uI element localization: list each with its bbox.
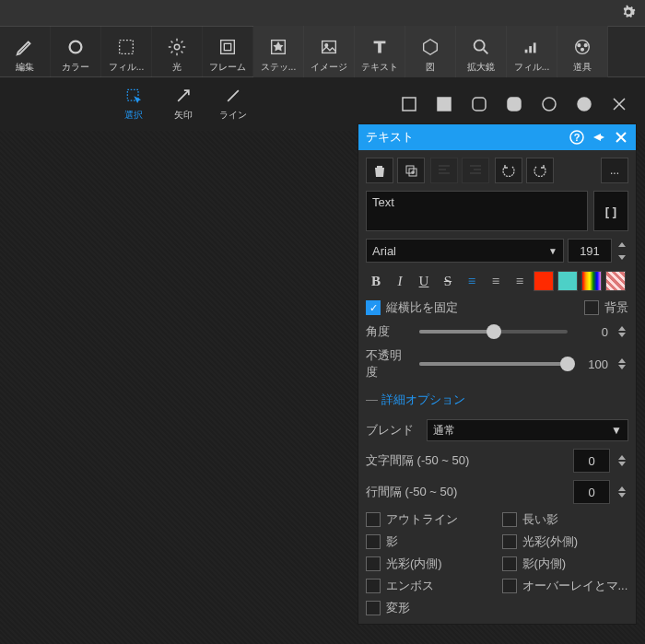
svg-point-12 bbox=[576, 41, 590, 54]
tool-image[interactable]: イメージ bbox=[304, 26, 355, 77]
help-icon[interactable]: ? bbox=[569, 130, 584, 145]
svg-rect-17 bbox=[403, 98, 416, 111]
angle-label: 角度 bbox=[366, 323, 412, 340]
line-spacing-spinner[interactable] bbox=[616, 486, 628, 498]
angle-spinner[interactable] bbox=[616, 326, 628, 337]
shape-rect-fill[interactable] bbox=[435, 95, 453, 113]
color-pattern[interactable] bbox=[605, 271, 626, 291]
align-center-icon[interactable]: ≡ bbox=[486, 270, 506, 292]
outline-checkbox[interactable] bbox=[366, 512, 381, 527]
letter-spacing-label: 文字間隔 (-50 ~ 50) bbox=[366, 452, 568, 469]
subtool-select[interactable]: 選択 bbox=[109, 87, 158, 122]
bracket-button[interactable]: [ ] bbox=[593, 191, 628, 231]
svg-point-13 bbox=[578, 44, 580, 47]
opacity-spinner[interactable] bbox=[616, 358, 628, 369]
bold-button[interactable]: B bbox=[366, 270, 386, 292]
font-select[interactable]: Arial▼ bbox=[366, 239, 564, 263]
bg-label: 背景 bbox=[604, 299, 628, 316]
glow-outer-checkbox[interactable] bbox=[502, 534, 517, 549]
text-panel: テキスト ? ... Text [ ] bbox=[358, 123, 637, 625]
svg-rect-10 bbox=[529, 46, 532, 53]
longshadow-checkbox[interactable] bbox=[502, 512, 517, 527]
more-button[interactable]: ... bbox=[601, 158, 628, 183]
tool-filter2[interactable]: フィル... bbox=[507, 26, 557, 77]
advanced-header[interactable]: 詳細オプション bbox=[366, 388, 628, 412]
lock-aspect-label: 縦横比を固定 bbox=[386, 299, 458, 316]
svg-rect-6 bbox=[322, 41, 336, 53]
color-red[interactable] bbox=[534, 271, 554, 291]
font-size-input[interactable]: 191 bbox=[568, 239, 612, 263]
letter-spacing-spinner[interactable] bbox=[616, 455, 628, 466]
line-spacing-label: 行間隔 (-50 ~ 50) bbox=[366, 484, 568, 500]
svg-point-21 bbox=[543, 98, 556, 111]
pin-icon[interactable] bbox=[592, 130, 606, 145]
svg-rect-4 bbox=[224, 43, 230, 50]
glow-inner-checkbox[interactable] bbox=[366, 556, 381, 571]
align-right-button[interactable] bbox=[462, 158, 489, 183]
shape-circle-fill[interactable] bbox=[575, 95, 593, 113]
shape-roundrect-fill[interactable] bbox=[505, 95, 523, 113]
letter-spacing-input[interactable]: 0 bbox=[573, 449, 610, 473]
tool-filter[interactable]: フィル... bbox=[101, 26, 152, 77]
svg-rect-3 bbox=[221, 41, 235, 54]
tool-magnifier[interactable]: 拡大鏡 bbox=[456, 26, 507, 77]
align-right-icon[interactable]: ≡ bbox=[510, 270, 530, 292]
color-rainbow[interactable] bbox=[581, 271, 602, 291]
panel-title: テキスト bbox=[366, 129, 562, 146]
italic-button[interactable]: I bbox=[390, 270, 410, 292]
duplicate-button[interactable] bbox=[397, 158, 425, 183]
svg-rect-9 bbox=[525, 50, 528, 53]
line-spacing-input[interactable]: 0 bbox=[573, 480, 610, 504]
svg-point-8 bbox=[475, 41, 485, 51]
tool-edit[interactable]: 編集 bbox=[0, 26, 51, 77]
svg-rect-18 bbox=[438, 98, 451, 111]
align-left-icon[interactable]: ≡ bbox=[462, 270, 482, 292]
svg-point-0 bbox=[70, 41, 82, 53]
tool-frame[interactable]: フレーム bbox=[203, 26, 253, 77]
blend-select[interactable]: 通常▼ bbox=[427, 419, 628, 441]
close-icon[interactable] bbox=[610, 95, 628, 113]
rotate-ccw-button[interactable] bbox=[495, 158, 522, 183]
lock-aspect-checkbox[interactable] bbox=[366, 300, 381, 315]
rotate-cw-button[interactable] bbox=[526, 158, 554, 183]
opacity-value: 100 bbox=[575, 357, 608, 371]
svg-rect-20 bbox=[508, 98, 521, 111]
shape-roundrect-outline[interactable] bbox=[470, 95, 488, 113]
angle-slider[interactable] bbox=[419, 330, 568, 334]
svg-point-14 bbox=[584, 44, 587, 47]
svg-rect-11 bbox=[534, 42, 536, 53]
color-teal[interactable] bbox=[557, 271, 578, 291]
opacity-label: 不透明度 bbox=[366, 347, 412, 381]
align-left-button[interactable] bbox=[430, 158, 458, 183]
opacity-slider[interactable] bbox=[419, 362, 568, 366]
transform-checkbox[interactable] bbox=[366, 601, 381, 615]
shape-rect-outline[interactable] bbox=[400, 95, 418, 113]
tool-text[interactable]: テキスト bbox=[355, 26, 405, 77]
strike-button[interactable]: S bbox=[438, 270, 458, 292]
angle-value: 0 bbox=[575, 325, 608, 339]
svg-point-22 bbox=[578, 98, 591, 111]
subtool-line[interactable]: ライン bbox=[208, 87, 258, 122]
tool-shape[interactable]: 図 bbox=[405, 26, 456, 77]
text-input[interactable]: Text bbox=[366, 191, 588, 231]
tool-color[interactable]: カラー bbox=[51, 26, 101, 77]
tool-light[interactable]: 光 bbox=[152, 26, 203, 77]
subtool-arrow[interactable]: 矢印 bbox=[158, 87, 208, 122]
svg-rect-1 bbox=[120, 41, 134, 54]
delete-button[interactable] bbox=[366, 158, 393, 183]
shadow-inner-checkbox[interactable] bbox=[502, 556, 517, 571]
bg-checkbox[interactable] bbox=[584, 300, 599, 315]
emboss-checkbox[interactable] bbox=[366, 579, 381, 593]
svg-point-2 bbox=[174, 44, 180, 50]
panel-close-icon[interactable] bbox=[614, 130, 628, 145]
svg-point-15 bbox=[581, 48, 584, 51]
overlay-checkbox[interactable] bbox=[502, 579, 517, 593]
font-size-spinner[interactable] bbox=[616, 239, 628, 263]
main-toolbar: 編集 カラー フィル... 光 フレーム ステッ... イメージ テキスト 図 … bbox=[0, 26, 645, 77]
underline-button[interactable]: U bbox=[414, 270, 434, 292]
settings-icon[interactable] bbox=[619, 3, 638, 24]
shape-circle-outline[interactable] bbox=[540, 95, 558, 113]
tool-sticker[interactable]: ステッ... bbox=[253, 26, 304, 77]
shadow-checkbox[interactable] bbox=[366, 534, 381, 549]
tool-tools[interactable]: 道具 bbox=[557, 26, 608, 77]
